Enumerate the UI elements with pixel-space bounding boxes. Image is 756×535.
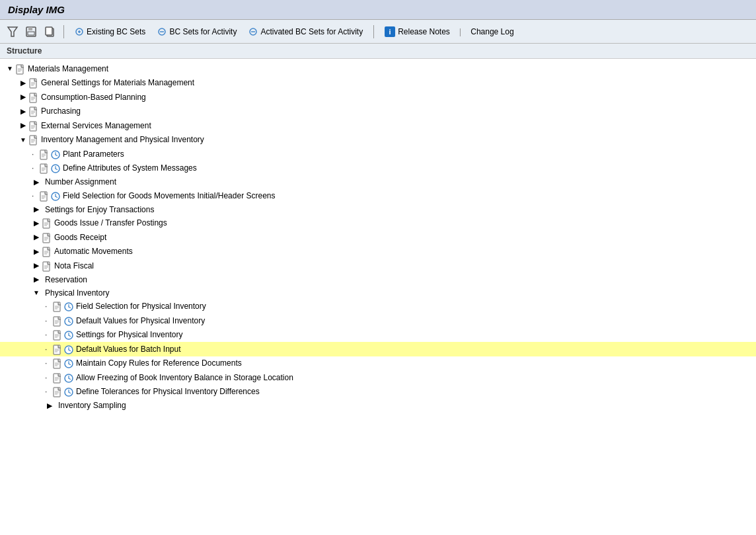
doc-icon bbox=[53, 329, 62, 342]
tree-item[interactable]: ▶ General Settings for Materials Managem… bbox=[0, 76, 756, 91]
item-icons bbox=[42, 245, 52, 259]
tree-item[interactable]: ▶ Nota Fiscal bbox=[0, 259, 756, 273]
change-log-label: Change Log bbox=[471, 27, 513, 36]
item-label: Materials Management bbox=[28, 63, 108, 75]
tree-item[interactable]: · Field Selection for Physical Inventory bbox=[0, 300, 756, 314]
item-label: Allow Freezing of Book Inventory Balance… bbox=[76, 372, 293, 384]
activated-bc-sets-label: Activated BC Sets for Activity bbox=[260, 27, 363, 36]
copy-icon[interactable] bbox=[42, 24, 57, 39]
collapse-icon[interactable]: ▼ bbox=[32, 288, 41, 298]
item-label: Goods Receipt bbox=[54, 231, 106, 243]
bullet: · bbox=[45, 358, 52, 368]
item-label: Inventory Management and Physical Invent… bbox=[41, 134, 204, 145]
item-icons bbox=[40, 189, 60, 202]
item-icons bbox=[29, 77, 38, 90]
doc-icon bbox=[53, 300, 62, 313]
tree-item[interactable]: · Maintain Copy Rules for Reference Docu… bbox=[0, 356, 756, 371]
item-label: Plant Parameters bbox=[63, 148, 124, 160]
save-icon[interactable] bbox=[24, 24, 38, 39]
structure-header: Structure bbox=[0, 44, 756, 59]
tree-item[interactable]: ▶ Automatic Movements bbox=[0, 245, 756, 259]
expand-icon[interactable]: ▶ bbox=[19, 121, 28, 130]
doc-icon bbox=[29, 105, 38, 118]
svg-rect-5 bbox=[46, 27, 52, 35]
tree-item[interactable]: ▶ Goods Issue / Transfer Postings bbox=[0, 216, 756, 231]
item-icons bbox=[53, 357, 73, 370]
expand-icon[interactable]: ▶ bbox=[32, 275, 41, 284]
doc-icon bbox=[16, 62, 25, 75]
display-img-title: Display IMG bbox=[8, 4, 65, 15]
item-label: Field Selection for Goods Movements Init… bbox=[63, 190, 276, 202]
doc-icon bbox=[40, 189, 49, 202]
filter-icon[interactable] bbox=[5, 24, 20, 39]
tree-item[interactable]: ▶ Purchasing bbox=[0, 104, 756, 119]
collapse-icon[interactable]: ▼ bbox=[19, 135, 28, 144]
expand-icon[interactable]: ▶ bbox=[45, 401, 54, 410]
item-icons bbox=[16, 62, 25, 75]
expand-icon[interactable]: ▶ bbox=[32, 233, 41, 242]
collapse-icon[interactable]: ▼ bbox=[5, 64, 15, 73]
tree-item[interactable]: ▼Physical Inventory bbox=[0, 286, 756, 300]
release-notes-button[interactable]: i Release Notes bbox=[381, 25, 454, 38]
doc-icon bbox=[53, 343, 62, 356]
item-icons bbox=[53, 314, 73, 327]
svg-rect-3 bbox=[28, 32, 34, 35]
bullet: · bbox=[45, 316, 52, 325]
activated-bc-sets-button[interactable]: Activated BC Sets for Activity bbox=[245, 26, 367, 38]
doc-icon bbox=[42, 231, 52, 244]
expand-icon[interactable]: ▶ bbox=[19, 93, 28, 102]
existing-bc-sets-button[interactable]: Existing BC Sets bbox=[71, 26, 149, 38]
tree-item[interactable]: ▶Number Assignment bbox=[0, 175, 756, 188]
expand-icon[interactable]: ▶ bbox=[32, 177, 41, 186]
item-label: Default Values for Physical Inventory bbox=[76, 315, 205, 327]
doc-icon bbox=[53, 386, 62, 399]
tree-item[interactable]: ▶Settings for Enjoy Transactions bbox=[0, 203, 756, 216]
item-icons bbox=[42, 259, 52, 272]
item-icons bbox=[42, 217, 52, 230]
item-label: Define Tolerances for Physical Inventory… bbox=[76, 386, 260, 397]
bullet: · bbox=[45, 387, 52, 396]
tree-item[interactable]: · Default Values for Batch Input bbox=[0, 342, 756, 356]
doc-icon bbox=[53, 371, 62, 384]
tree-item[interactable]: ▶Inventory Sampling bbox=[0, 399, 756, 412]
item-icons bbox=[29, 91, 38, 104]
tree-item[interactable]: · Define Attributes of System Messages bbox=[0, 161, 756, 176]
pipe-separator: | bbox=[459, 26, 461, 36]
tree-item[interactable]: ▶ Consumption-Based Planning bbox=[0, 90, 756, 104]
tree-item[interactable]: · Define Tolerances for Physical Invento… bbox=[0, 385, 756, 399]
expand-icon[interactable]: ▶ bbox=[32, 247, 41, 256]
expand-icon[interactable]: ▶ bbox=[32, 205, 41, 214]
expand-icon[interactable]: ▶ bbox=[19, 106, 28, 116]
tree-item[interactable]: ▼ Materials Management bbox=[0, 62, 756, 76]
item-label: Consumption-Based Planning bbox=[41, 91, 146, 103]
clock-icon bbox=[51, 162, 60, 175]
doc-icon bbox=[42, 259, 52, 272]
item-label: Define Attributes of System Messages bbox=[63, 162, 197, 174]
tree-item[interactable]: ▶ Goods Receipt bbox=[0, 230, 756, 245]
doc-icon bbox=[42, 217, 52, 230]
item-icons bbox=[40, 162, 60, 175]
bc-sets-activity-button[interactable]: BC Sets for Activity bbox=[153, 26, 241, 38]
tree-item[interactable]: ▼ Inventory Management and Physical Inve… bbox=[0, 133, 756, 147]
expand-icon[interactable]: ▶ bbox=[32, 218, 41, 227]
item-label: Default Values for Batch Input bbox=[76, 343, 181, 355]
title-bar: Display IMG bbox=[0, 0, 756, 20]
tree-item[interactable]: · Default Values for Physical Inventory bbox=[0, 313, 756, 328]
existing-bc-sets-label: Existing BC Sets bbox=[87, 27, 145, 36]
change-log-button[interactable]: Change Log bbox=[467, 26, 517, 38]
tree-item[interactable]: · Plant Parameters bbox=[0, 147, 756, 161]
tree-item[interactable]: · Settings for Physical Inventory bbox=[0, 328, 756, 343]
expand-icon[interactable]: ▶ bbox=[32, 261, 41, 270]
tree-item[interactable]: ▶ External Services Management bbox=[0, 118, 756, 133]
tree-item[interactable]: · Field Selection for Goods Movements In… bbox=[0, 188, 756, 203]
item-label: Automatic Movements bbox=[54, 245, 133, 257]
item-icons bbox=[53, 386, 73, 399]
clock-icon bbox=[64, 386, 73, 399]
expand-icon[interactable]: ▶ bbox=[19, 78, 28, 87]
clock-icon bbox=[64, 371, 73, 384]
clock-icon bbox=[51, 147, 60, 161]
tree-item[interactable]: ▶Reservation bbox=[0, 273, 756, 286]
tree-item[interactable]: · Allow Freezing of Book Inventory Balan… bbox=[0, 370, 756, 385]
clock-icon bbox=[64, 329, 73, 342]
item-icons bbox=[29, 134, 38, 147]
